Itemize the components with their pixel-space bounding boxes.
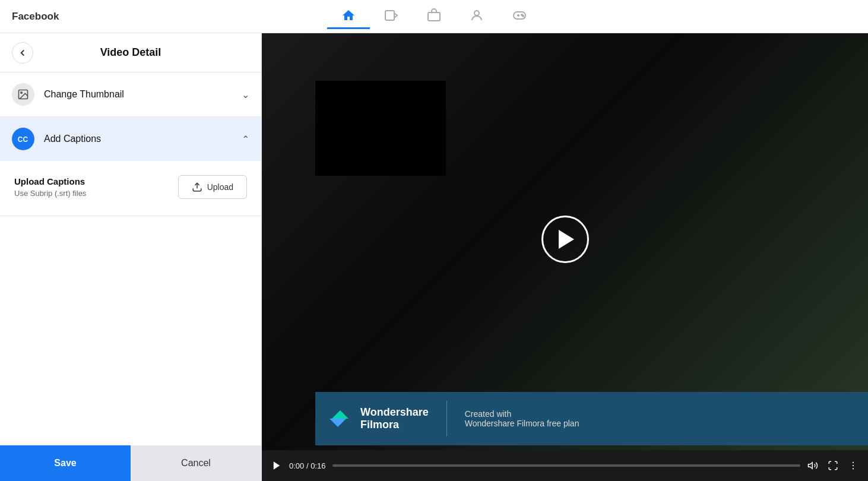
change-thumbnail-accordion: Change Thumbnail ⌄ xyxy=(0,72,261,117)
main-content: Video Detail Change Thumbnail ⌄ CC xyxy=(0,33,868,481)
upload-btn-label: Upload xyxy=(207,182,233,192)
filmora-plan: Wondershare Filmora free plan xyxy=(465,419,579,428)
add-captions-accordion: CC Add Captions ⌃ Upload Captions Use Su… xyxy=(0,117,261,216)
add-captions-content: Upload Captions Use Subrip (.srt) files … xyxy=(0,161,261,216)
save-button[interactable]: Save xyxy=(0,445,131,481)
upload-button[interactable]: Upload xyxy=(178,175,247,199)
volume-icon[interactable] xyxy=(807,460,818,471)
play-control-icon[interactable] xyxy=(271,460,282,471)
filmora-created: Created with xyxy=(465,409,579,419)
thumbnail-chevron: ⌄ xyxy=(242,89,249,100)
svg-marker-14 xyxy=(809,463,813,469)
filmora-logo xyxy=(330,410,349,427)
svg-point-10 xyxy=(21,92,23,94)
upload-captions-title: Upload Captions xyxy=(14,176,86,186)
filmora-diamond-top xyxy=(332,410,349,419)
top-nav: Facebook xyxy=(0,0,868,33)
nav-video[interactable] xyxy=(370,4,413,29)
svg-point-16 xyxy=(853,465,854,466)
upload-captions-info: Upload Captions Use Subrip (.srt) files xyxy=(14,176,86,198)
svg-point-17 xyxy=(853,468,854,469)
more-options-icon[interactable] xyxy=(848,460,859,471)
filmora-text: WondershareFilmora xyxy=(360,406,429,431)
svg-marker-13 xyxy=(274,461,280,470)
svg-rect-2 xyxy=(428,12,440,21)
filmora-right: Created with Wondershare Filmora free pl… xyxy=(465,409,579,428)
right-panel: WondershareFilmora Created with Wondersh… xyxy=(262,33,868,481)
progress-bar[interactable] xyxy=(332,464,800,467)
left-panel: Video Detail Change Thumbnail ⌄ CC xyxy=(0,33,262,481)
svg-point-15 xyxy=(853,462,854,463)
fullscreen-icon[interactable] xyxy=(828,460,838,471)
filmora-divider xyxy=(446,401,447,436)
video-black-region xyxy=(315,81,446,176)
add-captions-label: Add Captions xyxy=(44,134,242,144)
video-inner: WondershareFilmora Created with Wondersh… xyxy=(262,33,868,481)
nav-home[interactable] xyxy=(327,4,370,29)
svg-point-3 xyxy=(474,11,479,15)
svg-point-8 xyxy=(522,15,524,17)
upload-row: Upload Captions Use Subrip (.srt) files … xyxy=(14,175,247,199)
accordion-area: Change Thumbnail ⌄ CC Add Captions ⌃ Upl xyxy=(0,72,261,481)
page-header: Video Detail xyxy=(0,33,261,72)
change-thumbnail-label: Change Thumbnail xyxy=(44,89,242,100)
svg-rect-0 xyxy=(385,11,394,20)
add-captions-header[interactable]: CC Add Captions ⌃ xyxy=(0,117,261,161)
ctrl-right xyxy=(807,460,859,471)
nav-profile[interactable] xyxy=(455,4,498,29)
captions-icon: CC xyxy=(12,128,34,150)
filmora-name: WondershareFilmora xyxy=(360,406,429,431)
play-button[interactable] xyxy=(541,216,589,263)
filmora-diamond-bottom xyxy=(330,419,346,427)
thumbnail-icon xyxy=(12,83,34,106)
play-icon xyxy=(559,230,574,249)
nav-store[interactable] xyxy=(413,4,455,29)
bottom-buttons: Save Cancel xyxy=(0,445,261,481)
svg-marker-1 xyxy=(394,13,397,18)
back-button[interactable] xyxy=(12,42,33,64)
filmora-banner: WondershareFilmora Created with Wondersh… xyxy=(315,392,868,445)
video-area: WondershareFilmora Created with Wondersh… xyxy=(262,33,868,481)
svg-text:CC: CC xyxy=(18,135,28,144)
time-display: 0:00 / 0:16 xyxy=(289,461,325,470)
nav-gaming[interactable] xyxy=(498,4,541,29)
video-controls: 0:00 / 0:16 xyxy=(262,450,868,481)
brand-label: Facebook xyxy=(12,11,59,23)
upload-captions-sub: Use Subrip (.srt) files xyxy=(14,189,86,198)
nav-icons xyxy=(327,4,541,29)
captions-chevron: ⌃ xyxy=(242,134,249,145)
cancel-button[interactable]: Cancel xyxy=(131,445,261,481)
change-thumbnail-header[interactable]: Change Thumbnail ⌄ xyxy=(0,72,261,116)
page-title: Video Detail xyxy=(100,46,161,59)
